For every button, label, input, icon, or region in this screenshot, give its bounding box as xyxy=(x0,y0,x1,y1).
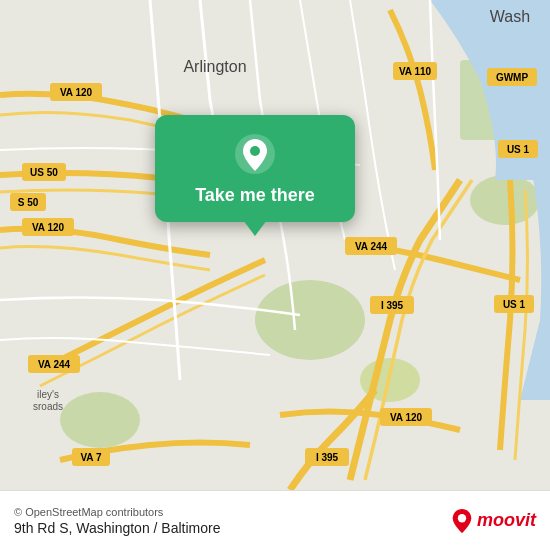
location-pin-icon xyxy=(234,133,276,175)
svg-text:S 50: S 50 xyxy=(18,197,39,208)
svg-point-1 xyxy=(255,280,365,360)
svg-text:VA 244: VA 244 xyxy=(355,241,388,252)
svg-text:sroads: sroads xyxy=(33,401,63,412)
svg-point-39 xyxy=(250,146,260,156)
location-label: 9th Rd S, Washington / Baltimore xyxy=(14,520,220,536)
moovit-logo: moovit xyxy=(451,508,536,534)
svg-text:VA 244: VA 244 xyxy=(38,359,71,370)
take-me-there-button[interactable]: Take me there xyxy=(195,185,315,206)
location-info: © OpenStreetMap contributors 9th Rd S, W… xyxy=(14,506,220,536)
svg-text:GWMP: GWMP xyxy=(496,72,529,83)
svg-text:VA 7: VA 7 xyxy=(80,452,102,463)
svg-text:US 1: US 1 xyxy=(503,299,526,310)
svg-text:iley's: iley's xyxy=(37,389,59,400)
svg-text:I 395: I 395 xyxy=(316,452,339,463)
svg-text:US 1: US 1 xyxy=(507,144,530,155)
location-popup[interactable]: Take me there xyxy=(155,115,355,222)
moovit-brand-text: moovit xyxy=(477,510,536,531)
svg-point-40 xyxy=(458,514,466,522)
svg-text:Wash: Wash xyxy=(490,8,530,25)
svg-point-3 xyxy=(60,392,140,448)
svg-text:VA 120: VA 120 xyxy=(60,87,93,98)
svg-text:US 50: US 50 xyxy=(30,167,58,178)
svg-point-5 xyxy=(470,175,540,225)
bottom-bar: © OpenStreetMap contributors 9th Rd S, W… xyxy=(0,490,550,550)
moovit-pin-icon xyxy=(451,508,473,534)
svg-text:VA 120: VA 120 xyxy=(390,412,423,423)
svg-text:Arlington: Arlington xyxy=(183,58,246,75)
svg-text:VA 120: VA 120 xyxy=(32,222,65,233)
map-attribution: © OpenStreetMap contributors xyxy=(14,506,220,518)
svg-text:VA 110: VA 110 xyxy=(399,66,432,77)
svg-text:I 395: I 395 xyxy=(381,300,404,311)
map-area: VA 120 VA 120 US 50 S 50 VA 244 VA 244 V… xyxy=(0,0,550,490)
